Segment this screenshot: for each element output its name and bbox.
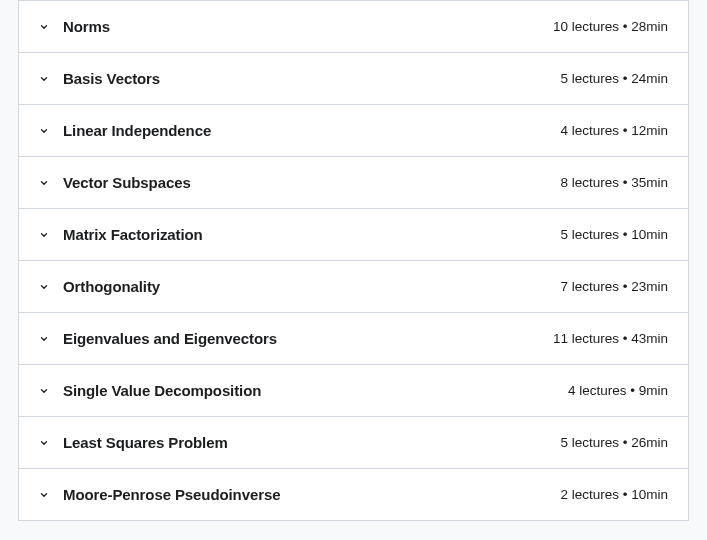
section-title: Single Value Decomposition — [63, 382, 261, 399]
section-row-left: Norms — [39, 18, 110, 35]
chevron-down-icon — [39, 126, 49, 136]
section-title: Orthogonality — [63, 278, 160, 295]
section-title: Linear Independence — [63, 122, 211, 139]
section-row[interactable]: Basis Vectors5 lectures • 24min — [18, 53, 689, 105]
section-row[interactable]: Norms10 lectures • 28min — [18, 0, 689, 53]
section-meta: 4 lectures • 12min — [560, 123, 668, 138]
section-title: Matrix Factorization — [63, 226, 203, 243]
section-row-left: Orthogonality — [39, 278, 160, 295]
section-meta: 5 lectures • 24min — [560, 71, 668, 86]
section-title: Eigenvalues and Eigenvectors — [63, 330, 277, 347]
section-title: Vector Subspaces — [63, 174, 191, 191]
chevron-down-icon — [39, 230, 49, 240]
section-row[interactable]: Least Squares Problem5 lectures • 26min — [18, 417, 689, 469]
section-row[interactable]: Orthogonality7 lectures • 23min — [18, 261, 689, 313]
chevron-down-icon — [39, 386, 49, 396]
section-row-left: Matrix Factorization — [39, 226, 203, 243]
chevron-down-icon — [39, 178, 49, 188]
section-row[interactable]: Moore-Penrose Pseudoinverse2 lectures • … — [18, 469, 689, 521]
section-meta: 4 lectures • 9min — [568, 383, 668, 398]
section-row-left: Eigenvalues and Eigenvectors — [39, 330, 277, 347]
section-meta: 2 lectures • 10min — [560, 487, 668, 502]
chevron-down-icon — [39, 438, 49, 448]
section-row[interactable]: Eigenvalues and Eigenvectors11 lectures … — [18, 313, 689, 365]
chevron-down-icon — [39, 282, 49, 292]
section-row-left: Vector Subspaces — [39, 174, 191, 191]
section-row[interactable]: Matrix Factorization5 lectures • 10min — [18, 209, 689, 261]
section-meta: 5 lectures • 26min — [560, 435, 668, 450]
chevron-down-icon — [39, 74, 49, 84]
section-meta: 8 lectures • 35min — [560, 175, 668, 190]
section-title: Norms — [63, 18, 110, 35]
section-row-left: Linear Independence — [39, 122, 211, 139]
section-row-left: Moore-Penrose Pseudoinverse — [39, 486, 280, 503]
section-row[interactable]: Vector Subspaces8 lectures • 35min — [18, 157, 689, 209]
section-row-left: Single Value Decomposition — [39, 382, 261, 399]
section-row[interactable]: Linear Independence4 lectures • 12min — [18, 105, 689, 157]
course-sections-list: Norms10 lectures • 28minBasis Vectors5 l… — [0, 0, 707, 521]
section-title: Least Squares Problem — [63, 434, 228, 451]
section-row-left: Basis Vectors — [39, 70, 160, 87]
section-meta: 10 lectures • 28min — [553, 19, 668, 34]
section-title: Moore-Penrose Pseudoinverse — [63, 486, 280, 503]
section-meta: 11 lectures • 43min — [553, 331, 668, 346]
chevron-down-icon — [39, 490, 49, 500]
section-row[interactable]: Single Value Decomposition4 lectures • 9… — [18, 365, 689, 417]
section-meta: 7 lectures • 23min — [560, 279, 668, 294]
chevron-down-icon — [39, 22, 49, 32]
chevron-down-icon — [39, 334, 49, 344]
section-row-left: Least Squares Problem — [39, 434, 228, 451]
section-title: Basis Vectors — [63, 70, 160, 87]
section-meta: 5 lectures • 10min — [560, 227, 668, 242]
